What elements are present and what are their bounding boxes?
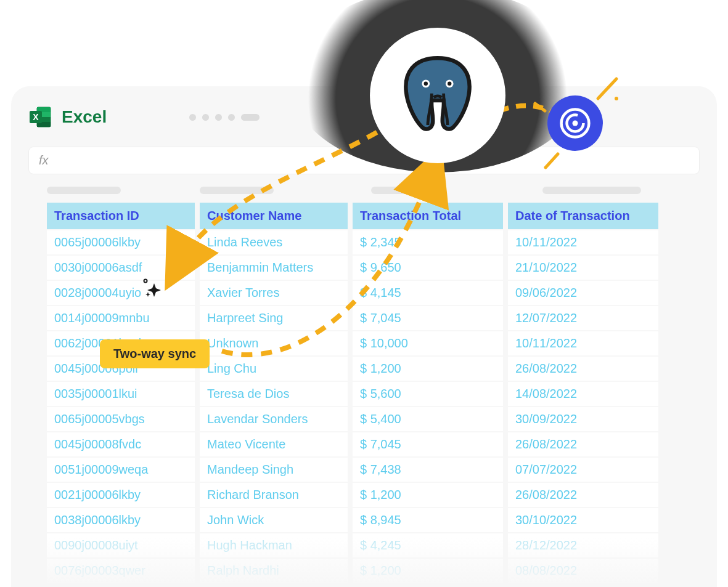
svg-point-3 bbox=[448, 82, 451, 86]
cell-id[interactable]: 0021j00006lkby bbox=[47, 483, 195, 507]
svg-point-1 bbox=[424, 82, 428, 86]
cell-name[interactable]: John Wick bbox=[200, 508, 348, 532]
cell-name[interactable]: Mateo Vicente bbox=[200, 432, 348, 456]
toolbar-placeholder bbox=[189, 114, 260, 121]
svg-line-7 bbox=[598, 79, 616, 99]
cell-date[interactable]: 26/08/2022 bbox=[508, 483, 658, 507]
column-header[interactable]: Transaction ID bbox=[47, 203, 195, 229]
column-header[interactable]: Date of Transaction bbox=[508, 203, 658, 229]
cell-id[interactable]: 0035j00001lkui bbox=[47, 382, 195, 406]
cell-id[interactable]: 0014j00009mnbu bbox=[47, 306, 195, 330]
cell-name[interactable]: Xavier Torres bbox=[200, 281, 348, 305]
cell-total[interactable]: $ 4,245 bbox=[353, 533, 503, 557]
cell-date[interactable]: 30/09/2022 bbox=[508, 407, 658, 431]
cell-date[interactable]: 10/11/2022 bbox=[508, 331, 658, 355]
app-title: Excel bbox=[62, 107, 107, 127]
svg-line-10 bbox=[535, 103, 545, 111]
cell-name[interactable]: Linda Reeves bbox=[200, 230, 348, 254]
excel-icon: X bbox=[28, 105, 53, 129]
cell-total[interactable]: $ 2,345 bbox=[353, 230, 503, 254]
cell-date[interactable]: 08/08/2022 bbox=[508, 559, 658, 583]
cell-date[interactable]: 30/10/2022 bbox=[508, 508, 658, 532]
cell-total[interactable]: $ 1,200 bbox=[353, 483, 503, 507]
app-window: X Excel fx Transaction IDCustomer NameTr… bbox=[11, 86, 717, 587]
cell-date[interactable]: 28/12/2022 bbox=[508, 533, 658, 557]
svg-point-11 bbox=[144, 280, 147, 283]
sparkle-icon bbox=[142, 277, 163, 298]
cell-name[interactable]: Harpreet Sing bbox=[200, 306, 348, 330]
cell-id[interactable]: 0076j00003qwer bbox=[47, 559, 195, 583]
cell-name[interactable]: Hugh Hackman bbox=[200, 533, 348, 557]
cell-total[interactable]: $ 5,600 bbox=[353, 382, 503, 406]
cell-total[interactable]: $ 9,650 bbox=[353, 256, 503, 280]
svg-text:X: X bbox=[33, 112, 39, 122]
cell-total[interactable]: $ 7,045 bbox=[353, 432, 503, 456]
fx-label: fx bbox=[39, 153, 49, 168]
cell-id[interactable]: 0065j00005vbgs bbox=[47, 407, 195, 431]
cell-total[interactable]: $ 4,145 bbox=[353, 281, 503, 305]
cell-name[interactable]: Ling Chu bbox=[200, 357, 348, 381]
svg-line-9 bbox=[546, 154, 558, 168]
cell-date[interactable]: 07/07/2022 bbox=[508, 458, 658, 482]
cell-id[interactable]: 0051j00009weqa bbox=[47, 458, 195, 482]
column-header[interactable]: Customer Name bbox=[200, 203, 348, 229]
postgresql-icon bbox=[370, 28, 505, 163]
cell-id[interactable]: 0065j00006lkby bbox=[47, 230, 195, 254]
cell-name[interactable]: Lavendar Sonders bbox=[200, 407, 348, 431]
cell-id[interactable]: 0038j00006lkby bbox=[47, 508, 195, 532]
cell-name[interactable]: Richard Branson bbox=[200, 483, 348, 507]
cell-date[interactable]: 12/07/2022 bbox=[508, 306, 658, 330]
cell-total[interactable]: $ 1,200 bbox=[353, 357, 503, 381]
cell-total[interactable]: $ 7,438 bbox=[353, 458, 503, 482]
spark-icon bbox=[539, 148, 564, 172]
cell-name[interactable]: Mandeep Singh bbox=[200, 458, 348, 482]
svg-point-8 bbox=[615, 97, 618, 100]
cell-total[interactable]: $ 7,045 bbox=[353, 306, 503, 330]
cell-total[interactable]: $ 5,400 bbox=[353, 407, 503, 431]
column-header[interactable]: Transaction Total bbox=[353, 203, 503, 229]
cell-name[interactable]: Teresa de Dios bbox=[200, 382, 348, 406]
cell-name[interactable]: Unknown bbox=[200, 331, 348, 355]
cell-date[interactable]: 14/08/2022 bbox=[508, 382, 658, 406]
cell-id[interactable]: 0090j00008uiyt bbox=[47, 533, 195, 557]
cell-date[interactable]: 10/11/2022 bbox=[508, 230, 658, 254]
cell-id[interactable]: 0028j00004uyio bbox=[47, 281, 195, 305]
cell-id[interactable]: 0030j00006asdf bbox=[47, 256, 195, 280]
cell-name[interactable]: Ralph Nardhi bbox=[200, 559, 348, 583]
spark-icon bbox=[530, 99, 549, 117]
cell-total[interactable]: $ 1,200 bbox=[353, 559, 503, 583]
svg-point-6 bbox=[573, 121, 578, 126]
two-way-sync-badge: Two-way sync bbox=[100, 339, 210, 368]
column-placeholders bbox=[28, 187, 700, 194]
cell-total[interactable]: $ 8,945 bbox=[353, 508, 503, 532]
cell-total[interactable]: $ 10,000 bbox=[353, 331, 503, 355]
spark-icon bbox=[592, 74, 623, 105]
spreadsheet-table[interactable]: Transaction IDCustomer NameTransaction T… bbox=[47, 203, 681, 584]
cell-date[interactable]: 26/08/2022 bbox=[508, 432, 658, 456]
cell-id[interactable]: 0045j00008fvdc bbox=[47, 432, 195, 456]
cell-date[interactable]: 09/06/2022 bbox=[508, 281, 658, 305]
cell-date[interactable]: 26/08/2022 bbox=[508, 357, 658, 381]
cell-date[interactable]: 21/10/2022 bbox=[508, 256, 658, 280]
cell-name[interactable]: Benjammin Matters bbox=[200, 256, 348, 280]
